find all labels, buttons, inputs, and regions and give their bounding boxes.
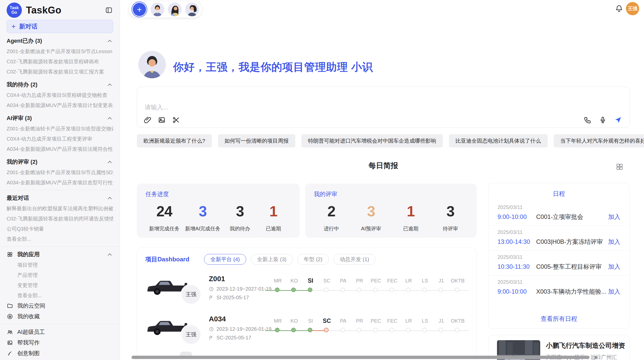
milestone-node[interactable] (275, 288, 280, 292)
milestone-node[interactable] (406, 288, 411, 292)
user-avatar[interactable]: 王强 (626, 2, 639, 15)
milestone-node[interactable] (373, 328, 378, 332)
sidebar-item[interactable]: C0X4-动力总成开发项目SI里程碑提交物检查 (7, 90, 113, 100)
new-chat-button[interactable]: + 新对话 (7, 20, 113, 33)
horizontal-scrollbar-thumb[interactable] (131, 356, 590, 359)
milestone-node[interactable] (422, 328, 427, 332)
sidebar-item-drawing[interactable]: 创意制图 (7, 348, 113, 359)
sidebar-item[interactable]: A034-全新新能源MUV产品开发项目计划变更表编写 (7, 100, 113, 110)
join-link[interactable]: 加入 (608, 238, 620, 246)
stat-label: 进行中 (317, 225, 345, 232)
dashboard-filter-tab[interactable]: 全新平台 (4) (204, 254, 246, 265)
suggestion-chip[interactable]: 当下年轻人对汽车外观有怎样的喜好趋势 (554, 134, 644, 147)
milestone-node[interactable] (406, 328, 411, 332)
sidebar-item[interactable]: A034-全新新能源MUV产品开发项目法规符合性评审 (7, 144, 113, 154)
dashboard-filter-tab[interactable]: 年型 (2) (297, 254, 329, 265)
milestone-node[interactable] (324, 288, 329, 292)
stat: 1 已逾期 (397, 203, 425, 232)
stat: 3 待评审 (436, 203, 464, 232)
join-link[interactable]: 加入 (608, 213, 620, 221)
notification-bell-icon[interactable] (615, 5, 623, 13)
layout-grid-icon[interactable] (616, 163, 624, 171)
scissors-icon[interactable] (172, 116, 180, 124)
user-avatar-label: 王强 (628, 5, 637, 12)
sidebar-item-ai-staff[interactable]: AI超级员工 (7, 327, 113, 337)
project-row[interactable]: 王强 A034 2023-12-19~2026-01-19 SC-2025-05… (137, 311, 476, 352)
new-chat-label: 新对话 (19, 22, 37, 31)
sidebar-section-header[interactable]: Agent已办 (3) (7, 36, 113, 46)
clock-icon (209, 287, 214, 292)
input-tools-left (144, 116, 180, 124)
app-item[interactable]: 变更管理 (7, 280, 113, 290)
milestone-node[interactable] (422, 288, 427, 292)
milestone-node[interactable] (291, 288, 296, 292)
dashboard-filter-tab[interactable]: 动总开发 (1) (333, 254, 376, 265)
member-avatar[interactable] (151, 3, 164, 16)
new-session-button[interactable]: + (133, 3, 146, 16)
dashboard-title: 项目Dashboard (145, 255, 189, 263)
sidebar-item-cloud-space[interactable]: 我的云空间 (7, 301, 113, 311)
project-code: A034 (209, 315, 226, 323)
milestone-node[interactable] (455, 328, 459, 332)
suggestion-chip[interactable]: 如何写一份清晰的项目周报 (218, 134, 295, 147)
milestone-node[interactable] (373, 288, 378, 292)
app-item[interactable]: 项目管理 (7, 260, 113, 270)
recent-conversation-item[interactable]: 查看全部... (7, 234, 113, 244)
sidebar-item[interactable]: Z001-全新燃油轻卡产品开发项目SI造型提交物评审 (7, 124, 113, 134)
milestone-node[interactable] (389, 328, 394, 332)
milestone-node[interactable] (291, 328, 296, 332)
schedule-item: 2025/03/11 9:00-10:00 X003-车辆动力学性能验... 加… (488, 276, 630, 300)
recent-section-header[interactable]: 最近对话 (7, 193, 113, 203)
suggestion-chip[interactable]: 欧洲新规最近颁布了什么? (137, 134, 212, 147)
milestone-node[interactable] (340, 288, 345, 292)
milestone-node[interactable] (340, 328, 345, 332)
dashboard-filter-tab[interactable]: 全新上装 (3) (251, 254, 293, 265)
sidebar-item[interactable]: C02-飞腾新能源轻客改款项目立项汇报方案 (7, 67, 113, 77)
milestone-node[interactable] (357, 328, 361, 332)
image-upload-icon[interactable] (158, 116, 166, 124)
suggestion-chip[interactable]: 比亚迪全固态电池计划具体说了什么 (449, 134, 548, 147)
recent-conversation-item[interactable]: 公司Q3轻卡销量 (7, 224, 113, 234)
apps-grid-icon (7, 251, 13, 258)
sidebar-section-header[interactable]: 我的评审 (2) (7, 157, 113, 167)
microphone-icon[interactable] (599, 116, 607, 124)
milestone-node[interactable] (455, 288, 459, 292)
sidebar-section-header[interactable]: 我的待办 (2) (7, 79, 113, 90)
sidebar-item[interactable]: Z001-全新燃油皮卡产品开发项目SI节点Lesson Learn报告 (7, 46, 113, 56)
member-avatar[interactable] (185, 3, 199, 16)
sidebar-item[interactable]: A034-全新新能源MUV产品开发项目造型可行性评审 (7, 177, 113, 188)
milestone-node[interactable] (389, 288, 394, 292)
suggestion-chip[interactable]: 特朗普可能对进口汽车增税会对中国车企造成哪些影响 (301, 134, 443, 147)
sidebar-item-favorites[interactable]: 我的收藏 (7, 311, 113, 322)
recent-conversation-item[interactable]: 解释最新出台的欧盟报废车法规再生塑料比例被调至15%... (7, 203, 113, 214)
join-link[interactable]: 加入 (608, 288, 620, 296)
recent-conversation-item[interactable]: C02-飞腾新能源轻客改款项目的闭环通告反馈情况 (7, 214, 113, 224)
sidebar-item[interactable]: C0X4-动力总成开发项目工程变更评审 (7, 134, 113, 144)
sidebar-item[interactable]: C02-飞腾新能源轻客改款项目里程碑画布 (7, 56, 113, 67)
member-avatar[interactable] (168, 3, 182, 16)
project-row[interactable]: 王强 Z001 2023-12-19~2027-01-19 SI-2025-05… (137, 271, 476, 311)
scroll-right-arrow-icon[interactable] (595, 355, 598, 359)
sidebar-section-header[interactable]: AI评审 (3) (7, 113, 113, 124)
milestone-node[interactable] (324, 328, 329, 332)
sidebar-item[interactable]: Z001-全新燃油轻卡产品开发项目SI节点属性5D文件评审 (7, 167, 113, 177)
apps-section-header[interactable]: 我的应用 (7, 249, 113, 260)
sidebar-collapse-icon[interactable] (105, 6, 113, 14)
sidebar: Task Go TaskGo + 新对话 Agent已办 (3) Z001-全新… (0, 0, 120, 360)
milestone-node[interactable] (308, 288, 312, 292)
sidebar-item-writing[interactable]: 帮我写作 (7, 337, 113, 348)
milestone-node[interactable] (275, 328, 280, 332)
app-item[interactable]: 产品管理 (7, 270, 113, 280)
phone-icon[interactable] (584, 116, 591, 124)
chat-input[interactable] (141, 100, 548, 116)
milestone-node[interactable] (438, 288, 443, 292)
join-link[interactable]: 加入 (608, 263, 620, 271)
send-icon[interactable] (614, 116, 622, 124)
milestone-node[interactable] (308, 328, 312, 332)
schedule-date: 2025/03/11 (497, 254, 620, 260)
view-all-schedule-link[interactable]: 查看所有日程 (488, 315, 630, 323)
attachment-icon[interactable] (144, 116, 151, 124)
milestone-node[interactable] (357, 288, 361, 292)
app-item[interactable]: 查看全部... (7, 290, 113, 301)
milestone-node[interactable] (438, 328, 443, 332)
